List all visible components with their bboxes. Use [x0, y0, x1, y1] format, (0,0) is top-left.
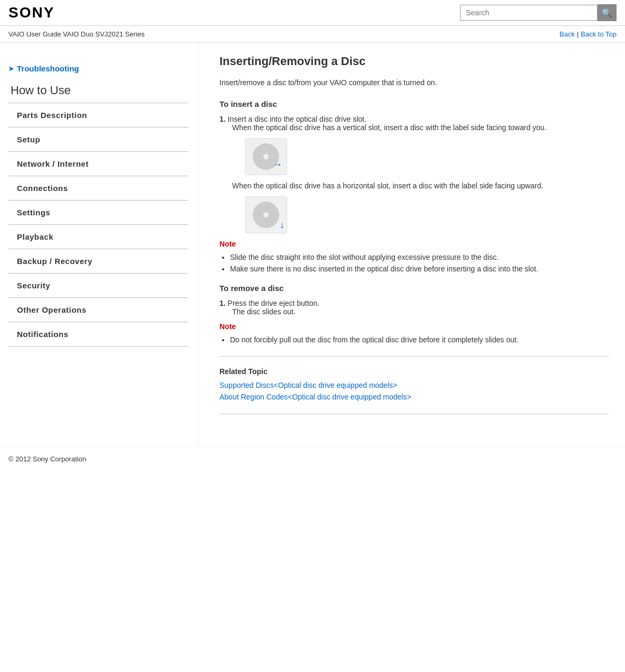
search-input[interactable] [460, 5, 598, 21]
insert-step-text: Insert a disc into the optical disc driv… [228, 115, 366, 123]
troubleshooting-label: Troubleshooting [17, 64, 79, 73]
disc-image-vertical: → [245, 138, 287, 175]
sidebar-item-setup[interactable]: Setup [8, 128, 198, 151]
footer: © 2012 Sony Corporation [0, 446, 625, 471]
breadcrumb: VAIO User Guide VAIO Duo SVJ2021 Series [8, 30, 144, 38]
insert-step-detail: When the optical disc drive has a vertic… [232, 123, 609, 233]
remove-detail-1: The disc slides out. [232, 307, 609, 316]
note-2-container: Note Do not forcibly pull out the disc f… [219, 322, 609, 346]
related-link-2[interactable]: About Region Codes<Optical disc drive eq… [219, 393, 609, 401]
sidebar-item-network-internet[interactable]: Network / Internet [8, 152, 198, 176]
page-title: Inserting/Removing a Disc [219, 53, 609, 70]
insert-heading: To insert a disc [219, 99, 609, 108]
insert-detail-1: When the optical disc drive has a vertic… [232, 123, 609, 132]
sony-logo: SONY [8, 4, 54, 21]
sidebar-item-security[interactable]: Security [8, 274, 198, 297]
related-link-1[interactable]: Supported Discs<Optical disc drive equip… [219, 381, 609, 389]
sidebar-item-parts-description[interactable]: Parts Description [8, 103, 198, 127]
chevron-right-icon: ➤ [8, 65, 14, 72]
sidebar-item-settings[interactable]: Settings [8, 201, 198, 224]
insert-detail-2: When the optical disc drive has a horizo… [232, 181, 609, 190]
note-2-list: Do not forcibly pull out the disc from t… [230, 334, 609, 346]
intro-text: Insert/remove a disc to/from your VAIO c… [219, 78, 609, 87]
main-layout: ➤ Troubleshooting How to Use Parts Descr… [0, 43, 625, 446]
sidebar-item-playback[interactable]: Playback [8, 225, 198, 249]
insert-step-number: 1. [219, 115, 226, 123]
content-divider-2 [219, 414, 609, 414]
remove-step-text: Press the drive eject button. [228, 299, 320, 307]
sidebar-item-other-operations[interactable]: Other Operations [8, 298, 198, 322]
note-2-item-1: Do not forcibly pull out the disc from t… [230, 334, 609, 346]
sidebar: ➤ Troubleshooting How to Use Parts Descr… [0, 43, 198, 446]
back-link[interactable]: Back [559, 30, 575, 38]
sidebar-divider-10 [8, 346, 188, 347]
header: SONY 🔍 [0, 0, 625, 26]
nav-separator: | [577, 30, 578, 38]
note-1-list: Slide the disc straight into the slot wi… [230, 251, 609, 275]
remove-step-1: 1. Press the drive eject button. The dis… [219, 299, 609, 316]
nav-bar: VAIO User Guide VAIO Duo SVJ2021 Series … [0, 26, 625, 43]
related-topic-section: Related Topic Supported Discs<Optical di… [219, 367, 609, 401]
note-1-item-2: Make sure there is no disc inserted in t… [230, 263, 609, 275]
note-2-label: Note [219, 322, 609, 331]
search-icon: 🔍 [602, 8, 612, 18]
search-area: 🔍 [460, 4, 617, 21]
search-button[interactable]: 🔍 [598, 4, 617, 21]
remove-step-number: 1. [219, 299, 226, 307]
remove-step-detail: The disc slides out. [232, 307, 609, 316]
note-1-item-1: Slide the disc straight into the slot wi… [230, 251, 609, 263]
sidebar-item-connections[interactable]: Connections [8, 176, 198, 200]
sidebar-item-backup-recovery[interactable]: Backup / Recovery [8, 249, 198, 273]
sidebar-item-notifications[interactable]: Notifications [8, 322, 198, 346]
disc-icon-2 [253, 202, 279, 228]
how-to-use-heading: How to Use [8, 84, 198, 97]
content-divider-1 [219, 356, 609, 357]
note-1-label: Note [219, 240, 609, 248]
related-topic-heading: Related Topic [219, 367, 609, 376]
note-1-container: Note Slide the disc straight into the sl… [219, 240, 609, 275]
disc-image-horizontal: ↓ [245, 196, 287, 233]
insert-step-1: 1. Insert a disc into the optical disc d… [219, 115, 609, 233]
copyright-text: © 2012 Sony Corporation [8, 455, 86, 463]
remove-heading: To remove a disc [219, 284, 609, 293]
nav-links: Back | Back to Top [559, 30, 617, 38]
content-area: Inserting/Removing a Disc Insert/remove … [198, 43, 625, 446]
arrow-icon-2: ↓ [280, 220, 284, 231]
troubleshooting-link[interactable]: ➤ Troubleshooting [8, 64, 198, 73]
back-to-top-link[interactable]: Back to Top [581, 30, 617, 38]
arrow-icon-1: → [273, 159, 282, 170]
